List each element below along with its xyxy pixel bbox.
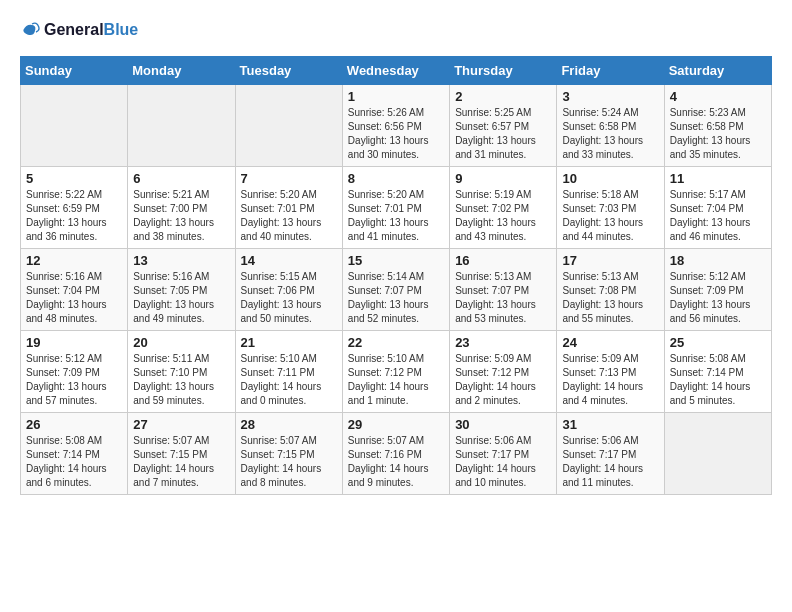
day-number: 15 bbox=[348, 253, 444, 268]
calendar-cell: 11Sunrise: 5:17 AM Sunset: 7:04 PM Dayli… bbox=[664, 167, 771, 249]
day-info: Sunrise: 5:19 AM Sunset: 7:02 PM Dayligh… bbox=[455, 188, 551, 244]
day-number: 1 bbox=[348, 89, 444, 104]
day-number: 30 bbox=[455, 417, 551, 432]
day-info: Sunrise: 5:21 AM Sunset: 7:00 PM Dayligh… bbox=[133, 188, 229, 244]
logo-text: GeneralBlue bbox=[44, 21, 138, 39]
calendar-cell: 24Sunrise: 5:09 AM Sunset: 7:13 PM Dayli… bbox=[557, 331, 664, 413]
calendar-week-row: 19Sunrise: 5:12 AM Sunset: 7:09 PM Dayli… bbox=[21, 331, 772, 413]
weekday-header: Thursday bbox=[450, 57, 557, 85]
day-number: 10 bbox=[562, 171, 658, 186]
calendar-cell: 23Sunrise: 5:09 AM Sunset: 7:12 PM Dayli… bbox=[450, 331, 557, 413]
calendar-cell: 5Sunrise: 5:22 AM Sunset: 6:59 PM Daylig… bbox=[21, 167, 128, 249]
calendar-cell: 6Sunrise: 5:21 AM Sunset: 7:00 PM Daylig… bbox=[128, 167, 235, 249]
day-number: 24 bbox=[562, 335, 658, 350]
day-info: Sunrise: 5:07 AM Sunset: 7:16 PM Dayligh… bbox=[348, 434, 444, 490]
day-info: Sunrise: 5:10 AM Sunset: 7:11 PM Dayligh… bbox=[241, 352, 337, 408]
weekday-header-row: SundayMondayTuesdayWednesdayThursdayFrid… bbox=[21, 57, 772, 85]
logo-icon bbox=[20, 20, 40, 40]
day-info: Sunrise: 5:08 AM Sunset: 7:14 PM Dayligh… bbox=[26, 434, 122, 490]
day-info: Sunrise: 5:06 AM Sunset: 7:17 PM Dayligh… bbox=[455, 434, 551, 490]
day-number: 8 bbox=[348, 171, 444, 186]
day-number: 6 bbox=[133, 171, 229, 186]
day-info: Sunrise: 5:09 AM Sunset: 7:12 PM Dayligh… bbox=[455, 352, 551, 408]
day-info: Sunrise: 5:24 AM Sunset: 6:58 PM Dayligh… bbox=[562, 106, 658, 162]
day-info: Sunrise: 5:25 AM Sunset: 6:57 PM Dayligh… bbox=[455, 106, 551, 162]
calendar-cell: 7Sunrise: 5:20 AM Sunset: 7:01 PM Daylig… bbox=[235, 167, 342, 249]
day-info: Sunrise: 5:07 AM Sunset: 7:15 PM Dayligh… bbox=[241, 434, 337, 490]
day-number: 29 bbox=[348, 417, 444, 432]
calendar-cell bbox=[128, 85, 235, 167]
weekday-header: Tuesday bbox=[235, 57, 342, 85]
day-number: 5 bbox=[26, 171, 122, 186]
calendar-cell: 25Sunrise: 5:08 AM Sunset: 7:14 PM Dayli… bbox=[664, 331, 771, 413]
calendar-week-row: 1Sunrise: 5:26 AM Sunset: 6:56 PM Daylig… bbox=[21, 85, 772, 167]
calendar-cell: 14Sunrise: 5:15 AM Sunset: 7:06 PM Dayli… bbox=[235, 249, 342, 331]
day-info: Sunrise: 5:16 AM Sunset: 7:04 PM Dayligh… bbox=[26, 270, 122, 326]
weekday-header: Friday bbox=[557, 57, 664, 85]
logo: GeneralBlue bbox=[20, 20, 138, 40]
day-number: 4 bbox=[670, 89, 766, 104]
calendar-cell: 18Sunrise: 5:12 AM Sunset: 7:09 PM Dayli… bbox=[664, 249, 771, 331]
day-info: Sunrise: 5:08 AM Sunset: 7:14 PM Dayligh… bbox=[670, 352, 766, 408]
calendar-cell: 27Sunrise: 5:07 AM Sunset: 7:15 PM Dayli… bbox=[128, 413, 235, 495]
day-number: 26 bbox=[26, 417, 122, 432]
calendar-cell bbox=[664, 413, 771, 495]
calendar-cell: 1Sunrise: 5:26 AM Sunset: 6:56 PM Daylig… bbox=[342, 85, 449, 167]
day-info: Sunrise: 5:20 AM Sunset: 7:01 PM Dayligh… bbox=[348, 188, 444, 244]
calendar-cell: 2Sunrise: 5:25 AM Sunset: 6:57 PM Daylig… bbox=[450, 85, 557, 167]
day-number: 31 bbox=[562, 417, 658, 432]
day-number: 23 bbox=[455, 335, 551, 350]
calendar-cell: 16Sunrise: 5:13 AM Sunset: 7:07 PM Dayli… bbox=[450, 249, 557, 331]
weekday-header: Wednesday bbox=[342, 57, 449, 85]
calendar-cell: 31Sunrise: 5:06 AM Sunset: 7:17 PM Dayli… bbox=[557, 413, 664, 495]
day-info: Sunrise: 5:26 AM Sunset: 6:56 PM Dayligh… bbox=[348, 106, 444, 162]
calendar-cell bbox=[21, 85, 128, 167]
day-number: 17 bbox=[562, 253, 658, 268]
day-number: 25 bbox=[670, 335, 766, 350]
calendar-cell bbox=[235, 85, 342, 167]
day-number: 3 bbox=[562, 89, 658, 104]
day-info: Sunrise: 5:07 AM Sunset: 7:15 PM Dayligh… bbox=[133, 434, 229, 490]
day-number: 14 bbox=[241, 253, 337, 268]
calendar-cell: 30Sunrise: 5:06 AM Sunset: 7:17 PM Dayli… bbox=[450, 413, 557, 495]
day-number: 13 bbox=[133, 253, 229, 268]
calendar-cell: 9Sunrise: 5:19 AM Sunset: 7:02 PM Daylig… bbox=[450, 167, 557, 249]
calendar-cell: 3Sunrise: 5:24 AM Sunset: 6:58 PM Daylig… bbox=[557, 85, 664, 167]
day-info: Sunrise: 5:16 AM Sunset: 7:05 PM Dayligh… bbox=[133, 270, 229, 326]
weekday-header: Sunday bbox=[21, 57, 128, 85]
calendar-cell: 13Sunrise: 5:16 AM Sunset: 7:05 PM Dayli… bbox=[128, 249, 235, 331]
calendar-cell: 20Sunrise: 5:11 AM Sunset: 7:10 PM Dayli… bbox=[128, 331, 235, 413]
day-number: 28 bbox=[241, 417, 337, 432]
calendar-cell: 4Sunrise: 5:23 AM Sunset: 6:58 PM Daylig… bbox=[664, 85, 771, 167]
day-info: Sunrise: 5:13 AM Sunset: 7:08 PM Dayligh… bbox=[562, 270, 658, 326]
calendar-cell: 29Sunrise: 5:07 AM Sunset: 7:16 PM Dayli… bbox=[342, 413, 449, 495]
calendar-table: SundayMondayTuesdayWednesdayThursdayFrid… bbox=[20, 56, 772, 495]
day-info: Sunrise: 5:15 AM Sunset: 7:06 PM Dayligh… bbox=[241, 270, 337, 326]
calendar-week-row: 5Sunrise: 5:22 AM Sunset: 6:59 PM Daylig… bbox=[21, 167, 772, 249]
page-header: GeneralBlue bbox=[20, 20, 772, 40]
weekday-header: Saturday bbox=[664, 57, 771, 85]
calendar-cell: 15Sunrise: 5:14 AM Sunset: 7:07 PM Dayli… bbox=[342, 249, 449, 331]
calendar-cell: 28Sunrise: 5:07 AM Sunset: 7:15 PM Dayli… bbox=[235, 413, 342, 495]
day-info: Sunrise: 5:17 AM Sunset: 7:04 PM Dayligh… bbox=[670, 188, 766, 244]
calendar-cell: 21Sunrise: 5:10 AM Sunset: 7:11 PM Dayli… bbox=[235, 331, 342, 413]
day-info: Sunrise: 5:14 AM Sunset: 7:07 PM Dayligh… bbox=[348, 270, 444, 326]
day-number: 12 bbox=[26, 253, 122, 268]
calendar-cell: 17Sunrise: 5:13 AM Sunset: 7:08 PM Dayli… bbox=[557, 249, 664, 331]
day-info: Sunrise: 5:20 AM Sunset: 7:01 PM Dayligh… bbox=[241, 188, 337, 244]
day-info: Sunrise: 5:09 AM Sunset: 7:13 PM Dayligh… bbox=[562, 352, 658, 408]
calendar-week-row: 26Sunrise: 5:08 AM Sunset: 7:14 PM Dayli… bbox=[21, 413, 772, 495]
day-number: 20 bbox=[133, 335, 229, 350]
day-info: Sunrise: 5:12 AM Sunset: 7:09 PM Dayligh… bbox=[670, 270, 766, 326]
calendar-week-row: 12Sunrise: 5:16 AM Sunset: 7:04 PM Dayli… bbox=[21, 249, 772, 331]
day-info: Sunrise: 5:10 AM Sunset: 7:12 PM Dayligh… bbox=[348, 352, 444, 408]
calendar-cell: 19Sunrise: 5:12 AM Sunset: 7:09 PM Dayli… bbox=[21, 331, 128, 413]
day-number: 19 bbox=[26, 335, 122, 350]
day-number: 11 bbox=[670, 171, 766, 186]
calendar-cell: 12Sunrise: 5:16 AM Sunset: 7:04 PM Dayli… bbox=[21, 249, 128, 331]
day-info: Sunrise: 5:12 AM Sunset: 7:09 PM Dayligh… bbox=[26, 352, 122, 408]
day-number: 7 bbox=[241, 171, 337, 186]
day-info: Sunrise: 5:06 AM Sunset: 7:17 PM Dayligh… bbox=[562, 434, 658, 490]
day-info: Sunrise: 5:23 AM Sunset: 6:58 PM Dayligh… bbox=[670, 106, 766, 162]
day-info: Sunrise: 5:13 AM Sunset: 7:07 PM Dayligh… bbox=[455, 270, 551, 326]
